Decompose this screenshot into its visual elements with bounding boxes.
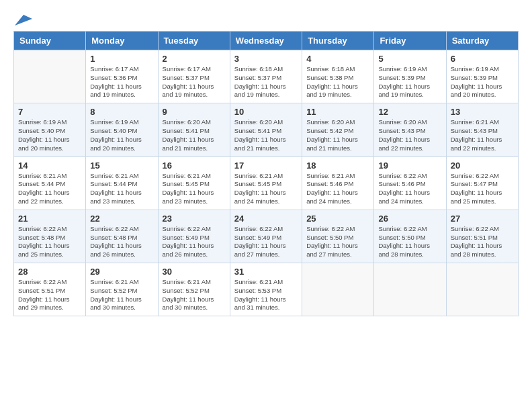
calendar-cell: 3Sunrise: 6:18 AMSunset: 5:37 PMDaylight… (230, 50, 302, 103)
logo-icon (15, 13, 32, 27)
day-number: 2 (163, 54, 226, 64)
calendar-cell (446, 263, 518, 316)
cell-info: Sunrise: 6:22 AMSunset: 5:49 PMDaylight:… (163, 225, 226, 259)
day-number: 1 (90, 54, 153, 64)
calendar-cell: 10Sunrise: 6:20 AMSunset: 5:41 PMDayligh… (230, 103, 302, 156)
calendar-cell: 7Sunrise: 6:19 AMSunset: 5:40 PMDaylight… (14, 103, 86, 156)
calendar-cell: 20Sunrise: 6:22 AMSunset: 5:47 PMDayligh… (446, 156, 518, 210)
cell-info: Sunrise: 6:22 AMSunset: 5:49 PMDaylight:… (234, 225, 298, 259)
cell-info: Sunrise: 6:22 AMSunset: 5:48 PMDaylight:… (18, 225, 81, 259)
calendar-cell (302, 263, 374, 316)
cell-info: Sunrise: 6:22 AMSunset: 5:46 PMDaylight:… (378, 172, 441, 206)
day-number: 24 (234, 214, 298, 224)
day-number: 8 (90, 107, 153, 117)
day-header-friday: Friday (374, 32, 446, 50)
calendar-week-row: 14Sunrise: 6:21 AMSunset: 5:44 PMDayligh… (14, 156, 519, 210)
day-header-wednesday: Wednesday (230, 32, 302, 50)
day-number: 6 (451, 54, 514, 64)
calendar-cell: 18Sunrise: 6:21 AMSunset: 5:46 PMDayligh… (302, 156, 374, 210)
calendar-cell: 25Sunrise: 6:22 AMSunset: 5:50 PMDayligh… (302, 210, 374, 263)
calendar-table: SundayMondayTuesdayWednesdayThursdayFrid… (13, 31, 519, 316)
calendar-cell (14, 50, 86, 103)
day-number: 26 (378, 214, 441, 224)
cell-info: Sunrise: 6:21 AMSunset: 5:52 PMDaylight:… (163, 278, 226, 312)
calendar-week-row: 28Sunrise: 6:22 AMSunset: 5:51 PMDayligh… (14, 263, 519, 316)
day-number: 3 (234, 54, 298, 64)
day-number: 12 (378, 107, 441, 117)
calendar-cell: 5Sunrise: 6:19 AMSunset: 5:39 PMDaylight… (374, 50, 446, 103)
cell-info: Sunrise: 6:19 AMSunset: 5:40 PMDaylight:… (90, 118, 153, 152)
day-number: 11 (306, 107, 369, 117)
svg-marker-0 (15, 15, 32, 26)
calendar-cell (374, 263, 446, 316)
cell-info: Sunrise: 6:21 AMSunset: 5:43 PMDaylight:… (451, 118, 514, 152)
day-header-thursday: Thursday (302, 32, 374, 50)
cell-info: Sunrise: 6:19 AMSunset: 5:40 PMDaylight:… (18, 118, 81, 152)
day-number: 10 (234, 107, 298, 117)
cell-info: Sunrise: 6:21 AMSunset: 5:44 PMDaylight:… (18, 172, 81, 206)
calendar-cell: 15Sunrise: 6:21 AMSunset: 5:44 PMDayligh… (86, 156, 158, 210)
day-header-saturday: Saturday (446, 32, 518, 50)
cell-info: Sunrise: 6:19 AMSunset: 5:39 PMDaylight:… (378, 65, 441, 99)
day-header-tuesday: Tuesday (158, 32, 230, 50)
calendar-cell: 31Sunrise: 6:21 AMSunset: 5:53 PMDayligh… (230, 263, 302, 316)
calendar-cell: 17Sunrise: 6:21 AMSunset: 5:45 PMDayligh… (230, 156, 302, 210)
day-number: 13 (451, 107, 514, 117)
cell-info: Sunrise: 6:22 AMSunset: 5:51 PMDaylight:… (18, 278, 81, 312)
calendar-cell: 11Sunrise: 6:20 AMSunset: 5:42 PMDayligh… (302, 103, 374, 156)
cell-info: Sunrise: 6:22 AMSunset: 5:51 PMDaylight:… (451, 225, 514, 259)
day-number: 31 (234, 267, 298, 277)
cell-info: Sunrise: 6:20 AMSunset: 5:41 PMDaylight:… (234, 118, 298, 152)
calendar-cell: 6Sunrise: 6:19 AMSunset: 5:39 PMDaylight… (446, 50, 518, 103)
day-number: 5 (378, 54, 441, 64)
cell-info: Sunrise: 6:20 AMSunset: 5:41 PMDaylight:… (163, 118, 226, 152)
calendar-week-row: 1Sunrise: 6:17 AMSunset: 5:36 PMDaylight… (14, 50, 519, 103)
day-number: 23 (163, 214, 226, 224)
day-number: 30 (163, 267, 226, 277)
cell-info: Sunrise: 6:22 AMSunset: 5:48 PMDaylight:… (90, 225, 153, 259)
cell-info: Sunrise: 6:21 AMSunset: 5:53 PMDaylight:… (234, 278, 298, 312)
day-number: 27 (451, 214, 514, 224)
day-number: 9 (163, 107, 226, 117)
calendar-cell: 4Sunrise: 6:18 AMSunset: 5:38 PMDaylight… (302, 50, 374, 103)
day-number: 25 (306, 214, 369, 224)
day-number: 19 (378, 161, 441, 171)
day-number: 22 (90, 214, 153, 224)
calendar-cell: 19Sunrise: 6:22 AMSunset: 5:46 PMDayligh… (374, 156, 446, 210)
calendar-cell: 14Sunrise: 6:21 AMSunset: 5:44 PMDayligh… (14, 156, 86, 210)
calendar-cell: 2Sunrise: 6:17 AMSunset: 5:37 PMDaylight… (158, 50, 230, 103)
day-number: 28 (18, 267, 81, 277)
calendar-week-row: 21Sunrise: 6:22 AMSunset: 5:48 PMDayligh… (14, 210, 519, 263)
cell-info: Sunrise: 6:21 AMSunset: 5:45 PMDaylight:… (163, 172, 226, 206)
cell-info: Sunrise: 6:22 AMSunset: 5:50 PMDaylight:… (378, 225, 441, 259)
cell-info: Sunrise: 6:21 AMSunset: 5:52 PMDaylight:… (90, 278, 153, 312)
day-number: 29 (90, 267, 153, 277)
calendar-cell: 24Sunrise: 6:22 AMSunset: 5:49 PMDayligh… (230, 210, 302, 263)
calendar-header-row: SundayMondayTuesdayWednesdayThursdayFrid… (14, 32, 519, 50)
cell-info: Sunrise: 6:17 AMSunset: 5:37 PMDaylight:… (163, 65, 226, 99)
calendar-cell: 26Sunrise: 6:22 AMSunset: 5:50 PMDayligh… (374, 210, 446, 263)
day-header-sunday: Sunday (14, 32, 86, 50)
cell-info: Sunrise: 6:22 AMSunset: 5:50 PMDaylight:… (306, 225, 369, 259)
day-number: 20 (451, 161, 514, 171)
calendar-cell: 12Sunrise: 6:20 AMSunset: 5:43 PMDayligh… (374, 103, 446, 156)
cell-info: Sunrise: 6:17 AMSunset: 5:36 PMDaylight:… (90, 65, 153, 99)
cell-info: Sunrise: 6:22 AMSunset: 5:47 PMDaylight:… (451, 172, 514, 206)
day-number: 7 (18, 107, 81, 117)
day-number: 18 (306, 161, 369, 171)
calendar-cell: 13Sunrise: 6:21 AMSunset: 5:43 PMDayligh… (446, 103, 518, 156)
calendar-cell: 28Sunrise: 6:22 AMSunset: 5:51 PMDayligh… (14, 263, 86, 316)
cell-info: Sunrise: 6:19 AMSunset: 5:39 PMDaylight:… (451, 65, 514, 99)
cell-info: Sunrise: 6:20 AMSunset: 5:43 PMDaylight:… (378, 118, 441, 152)
logo (13, 13, 32, 24)
cell-info: Sunrise: 6:18 AMSunset: 5:37 PMDaylight:… (234, 65, 298, 99)
cell-info: Sunrise: 6:18 AMSunset: 5:38 PMDaylight:… (306, 65, 369, 99)
calendar-cell: 1Sunrise: 6:17 AMSunset: 5:36 PMDaylight… (86, 50, 158, 103)
cell-info: Sunrise: 6:21 AMSunset: 5:45 PMDaylight:… (234, 172, 298, 206)
day-number: 21 (18, 214, 81, 224)
calendar-cell: 30Sunrise: 6:21 AMSunset: 5:52 PMDayligh… (158, 263, 230, 316)
calendar-cell: 9Sunrise: 6:20 AMSunset: 5:41 PMDaylight… (158, 103, 230, 156)
day-number: 16 (163, 161, 226, 171)
calendar-cell: 8Sunrise: 6:19 AMSunset: 5:40 PMDaylight… (86, 103, 158, 156)
calendar-cell: 22Sunrise: 6:22 AMSunset: 5:48 PMDayligh… (86, 210, 158, 263)
